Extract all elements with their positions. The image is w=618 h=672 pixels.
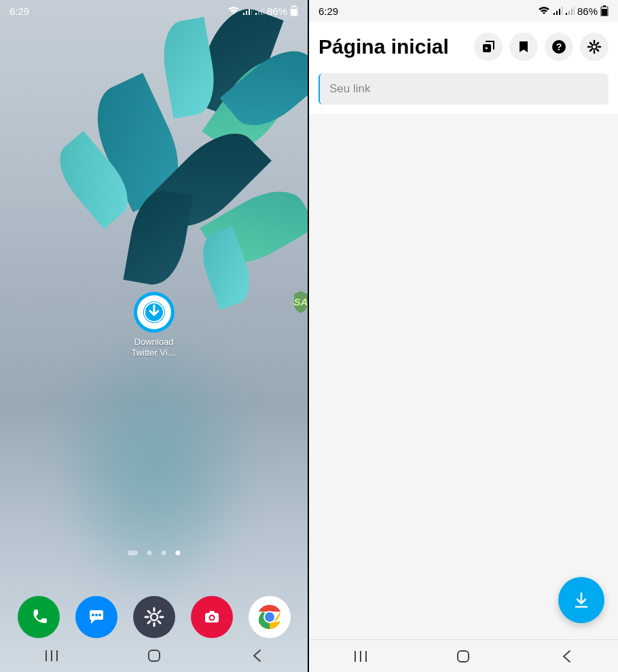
signal-icon: [553, 7, 562, 15]
bookmark-button[interactable]: [509, 33, 538, 61]
svg-text:SA: SA: [294, 296, 308, 307]
svg-point-26: [592, 45, 597, 50]
home-screen: 6:29 86% Download: [0, 0, 309, 672]
svg-rect-2: [291, 9, 297, 16]
nav-back[interactable]: [539, 643, 594, 670]
library-button[interactable]: [474, 33, 503, 61]
wallpaper: [0, 0, 308, 326]
svg-rect-22: [602, 9, 607, 16]
navigation-bar: [0, 639, 308, 672]
gear-icon: [587, 39, 602, 54]
nav-recents[interactable]: [333, 643, 388, 670]
app-screen: 6:29 86% Página inicial ?: [309, 0, 618, 672]
status-bar: 6:29 86%: [309, 0, 618, 22]
page-dot: [161, 550, 166, 555]
svg-text:?: ?: [556, 41, 562, 52]
page-dot-active: [175, 550, 180, 555]
wifi-icon: [228, 6, 240, 16]
app-label-line2: Twitter Vi…: [131, 348, 176, 358]
app-header: Página inicial ?: [309, 22, 618, 73]
wallpaper-smoke: [52, 333, 256, 604]
download-icon: [572, 591, 591, 610]
status-bar: 6:29 86%: [0, 0, 308, 22]
svg-point-7: [95, 614, 98, 616]
status-time: 6:29: [10, 5, 29, 17]
wifi-icon: [538, 6, 550, 16]
dock-chrome[interactable]: [249, 596, 291, 638]
svg-point-8: [98, 614, 101, 616]
bookmark-icon: [518, 40, 529, 54]
status-time: 6:29: [319, 5, 338, 17]
nav-back[interactable]: [230, 642, 284, 669]
page-dot-apps: [128, 550, 137, 555]
battery-percent: 86%: [267, 5, 287, 17]
watermark-badge: SA: [287, 288, 309, 318]
help-icon: ?: [551, 39, 566, 54]
svg-point-6: [92, 614, 94, 616]
video-library-icon: [481, 40, 495, 54]
dock-camera[interactable]: [191, 596, 233, 638]
page-title: Página inicial: [319, 35, 467, 58]
nav-recents[interactable]: [24, 642, 79, 669]
app-label-line1: Download: [131, 337, 176, 348]
page-dot: [147, 550, 151, 555]
signal-icon: [242, 7, 252, 15]
link-input-container: [309, 73, 618, 114]
signal-icon: [255, 7, 264, 15]
signal-icon: [565, 7, 575, 15]
link-input[interactable]: [319, 73, 608, 105]
svg-point-9: [151, 614, 158, 620]
navigation-bar: [309, 639, 618, 672]
dock: [0, 596, 308, 638]
dock-messages[interactable]: [75, 596, 117, 638]
svg-point-12: [210, 616, 213, 620]
dock-settings[interactable]: [133, 596, 175, 638]
battery-icon: [600, 5, 608, 16]
battery-icon: [290, 5, 298, 16]
download-fab[interactable]: [558, 577, 604, 623]
page-indicator[interactable]: [128, 550, 180, 555]
help-button[interactable]: ?: [545, 33, 573, 61]
nav-home[interactable]: [436, 643, 490, 670]
settings-button[interactable]: [580, 33, 608, 61]
svg-rect-31: [458, 651, 469, 662]
app-shortcut-download-twitter[interactable]: Download Twitter Vi…: [131, 292, 176, 358]
battery-percent: 86%: [577, 5, 598, 17]
nav-home[interactable]: [127, 642, 181, 669]
dock-phone[interactable]: [18, 596, 60, 638]
download-twitter-icon: [134, 292, 175, 333]
svg-rect-19: [149, 650, 160, 661]
